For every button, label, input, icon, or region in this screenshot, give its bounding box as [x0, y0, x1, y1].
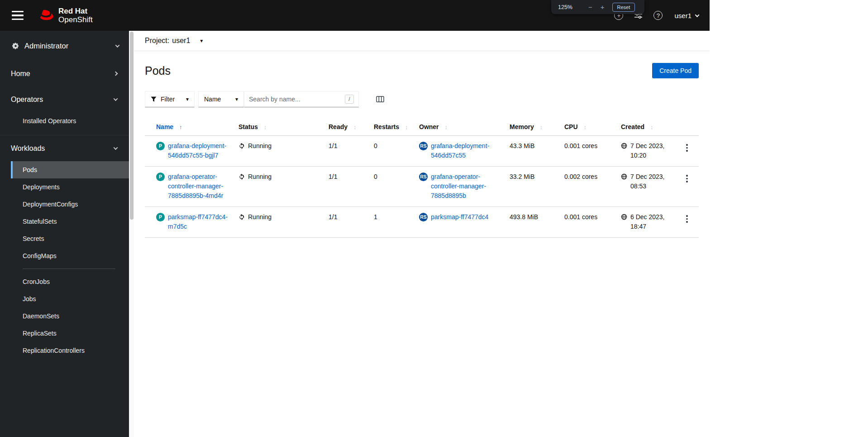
owner-link[interactable]: parksmap-ff7477dc4: [431, 212, 488, 222]
owner-link[interactable]: grafana-operator-controller-manager-7885…: [431, 172, 506, 201]
search-attribute-dropdown[interactable]: Name ▾: [198, 91, 244, 107]
column-header-ready[interactable]: Ready ↕: [329, 118, 374, 136]
created-text: 7 Dec 2023, 10:20: [630, 141, 679, 160]
nav-toggle-button[interactable]: [11, 9, 24, 22]
kebab-menu-button[interactable]: [682, 142, 692, 154]
pod-badge: P: [156, 142, 165, 150]
main-content: Project: user1 ▾ Pods Create Pod Filter …: [134, 31, 710, 437]
owner-link[interactable]: grafana-deployment-546dd57c55: [431, 141, 506, 160]
sidebar-item-cronjobs[interactable]: CronJobs: [11, 273, 129, 290]
search-box: /: [244, 91, 359, 107]
chevron-down-icon: [114, 96, 118, 101]
pod-name-link[interactable]: grafana-operator-controller-manager-7885…: [168, 172, 235, 201]
filter-label: Filter: [161, 96, 175, 103]
column-header-owner[interactable]: Owner ↕: [419, 118, 510, 136]
column-header-actions: [682, 118, 699, 136]
pods-table: Name ↑ Status ↕ Ready ↕ Restarts ↕: [145, 118, 699, 238]
column-header-status[interactable]: Status ↕: [238, 118, 329, 136]
timestamp-globe-icon: [621, 214, 627, 220]
brand-line1: Red Hat: [58, 7, 93, 15]
sync-running-icon: [238, 143, 245, 149]
sidebar-item-deployments[interactable]: Deployments: [11, 178, 129, 196]
memory-cell: 33.2 MiB: [510, 167, 564, 207]
sidebar-item-daemonsets[interactable]: DaemonSets: [11, 307, 129, 325]
sidebar-scrollbar[interactable]: [129, 31, 134, 437]
search-attribute-label: Name: [204, 96, 221, 103]
user-menu[interactable]: user1: [674, 12, 699, 19]
sidebar-group-operators: Operators Installed Operators: [0, 86, 129, 135]
table-header-row: Name ↑ Status ↕ Ready ↕ Restarts ↕: [145, 118, 699, 136]
brand-logo: Red Hat OpenShift: [36, 7, 93, 24]
help-icon[interactable]: ?: [653, 11, 663, 20]
redhat-fedora-icon: [36, 9, 54, 22]
sidebar-divider: [23, 269, 115, 269]
replicaset-badge: RS: [419, 213, 428, 221]
kebab-menu-button[interactable]: [682, 173, 692, 185]
page-header: Pods Create Pod: [134, 51, 710, 78]
table-row: P grafana-operator-controller-manager-78…: [145, 167, 699, 207]
caret-down-icon: [695, 13, 700, 17]
pod-name-link[interactable]: parksmap-ff7477dc4-m7d5c: [168, 212, 235, 231]
column-header-created[interactable]: Created ↕: [621, 118, 682, 136]
zoom-out-button[interactable]: −: [585, 3, 596, 11]
sidebar-item-configmaps[interactable]: ConfigMaps: [11, 247, 129, 264]
status-text: Running: [248, 141, 272, 151]
sidebar-item-replicationcontrollers[interactable]: ReplicationControllers: [11, 342, 129, 359]
sidebar-item-statefulsets[interactable]: StatefulSets: [11, 213, 129, 230]
cpu-cell: 0.001 cores: [564, 207, 621, 238]
chevron-down-icon: [114, 145, 118, 150]
column-header-restarts[interactable]: Restarts ↕: [374, 118, 419, 136]
project-label: Project:: [145, 37, 169, 45]
zoom-level: 125%: [558, 4, 572, 10]
sidebar-item-installed-operators[interactable]: Installed Operators: [11, 112, 129, 130]
timestamp-globe-icon: [621, 173, 627, 180]
sortable-icon: ↕: [405, 124, 408, 130]
project-name: user1: [172, 37, 190, 45]
caret-down-icon: ▾: [200, 38, 203, 44]
sidebar-item-pods[interactable]: Pods: [11, 161, 129, 178]
user-menu-label: user1: [674, 12, 692, 19]
cpu-cell: 0.002 cores: [564, 167, 621, 207]
zoom-reset-button[interactable]: Reset: [612, 3, 635, 12]
page-title: Pods: [145, 64, 171, 77]
created-text: 7 Dec 2023, 08:53: [630, 172, 679, 191]
memory-cell: 43.3 MiB: [510, 136, 564, 167]
column-header-cpu[interactable]: CPU ↕: [564, 118, 621, 136]
hamburger-icon: [12, 11, 24, 12]
sortable-icon: ↕: [540, 124, 543, 130]
caret-down-icon: ▾: [235, 96, 238, 102]
manage-columns-button[interactable]: [376, 96, 384, 103]
keyboard-shortcut-hint: /: [345, 95, 354, 104]
pod-name-link[interactable]: grafana-deployment-546dd57c55-bgjl7: [168, 141, 235, 160]
perspective-switcher[interactable]: Administrator: [0, 31, 129, 61]
list-toolbar: Filter ▾ Name ▾ /: [145, 91, 699, 107]
caret-down-icon: ▾: [186, 96, 189, 102]
sidebar-item-jobs[interactable]: Jobs: [11, 290, 129, 307]
kebab-menu-button[interactable]: [682, 213, 692, 225]
create-pod-button[interactable]: Create Pod: [652, 63, 699, 78]
restarts-cell: 1: [374, 207, 419, 238]
status-text: Running: [248, 212, 272, 222]
sidebar-item-deploymentconfigs[interactable]: DeploymentConfigs: [11, 196, 129, 213]
ready-cell: 1/1: [329, 167, 374, 207]
sidebar-item-replicasets[interactable]: ReplicaSets: [11, 325, 129, 342]
sortable-icon: ↕: [264, 124, 267, 130]
scrollbar-thumb[interactable]: [130, 32, 134, 220]
columns-icon: [376, 96, 384, 103]
table-row: P grafana-deployment-546dd57c55-bgjl7 Ru…: [145, 136, 699, 167]
sortable-icon: ↕: [583, 124, 587, 130]
project-selector[interactable]: Project: user1 ▾: [134, 31, 710, 51]
created-text: 6 Dec 2023, 18:47: [630, 212, 679, 231]
sidebar-section-workloads[interactable]: Workloads: [0, 135, 129, 161]
column-header-name[interactable]: Name ↑: [145, 118, 238, 136]
filter-dropdown[interactable]: Filter ▾: [145, 91, 195, 107]
zoom-in-button[interactable]: +: [597, 3, 608, 11]
sidebar-section-home[interactable]: Home: [0, 61, 129, 86]
browser-zoom-popup: 125% − + Reset: [551, 0, 644, 14]
column-header-memory[interactable]: Memory ↕: [510, 118, 564, 136]
sidebar-section-operators[interactable]: Operators: [0, 86, 129, 112]
status-text: Running: [248, 172, 272, 182]
sidebar-item-secrets[interactable]: Secrets: [11, 230, 129, 247]
perspective-label: Administrator: [24, 42, 68, 50]
search-input[interactable]: [249, 96, 341, 103]
